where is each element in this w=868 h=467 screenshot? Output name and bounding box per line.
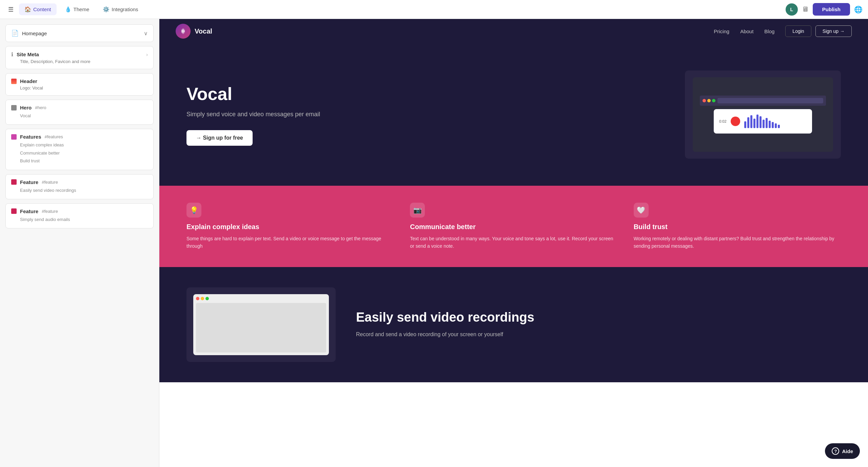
hero-subtitle: Simply send voice and video messages per… [186, 111, 329, 118]
publish-button[interactable]: Publish [813, 3, 850, 16]
site-nav-links: Pricing About Blog [714, 28, 774, 34]
svg-rect-1 [183, 29, 183, 33]
feature2-color-indicator [11, 208, 17, 214]
home-icon: 🏠 [24, 6, 31, 13]
feature-card-0: 💡 Explain complex ideas Some things are … [186, 203, 394, 250]
sidebar-item-site-meta[interactable]: ℹ Site Meta › Title, Description, Favico… [5, 46, 154, 69]
sidebar-item-features[interactable]: Features #features Explain complex ideas… [5, 129, 154, 170]
nav-link-pricing[interactable]: Pricing [714, 28, 729, 34]
feature-dark-image [186, 287, 336, 362]
site-logo: Vocal [176, 24, 212, 39]
feature-dark-section: Easily send video recordings Record and … [159, 267, 868, 382]
info-icon: ℹ [11, 51, 13, 58]
feature-desc-1: Text can be understood in many ways. You… [410, 235, 617, 250]
svg-rect-2 [184, 30, 184, 32]
feature-dark-title: Easily send video recordings [356, 310, 841, 325]
site-nav: Vocal Pricing About Blog Login Sign up → [159, 19, 868, 43]
site-nav-buttons: Login Sign up → [785, 25, 852, 37]
feature-icon-0: 💡 [186, 203, 201, 218]
logo-icon [176, 24, 191, 39]
feature-title-1: Communicate better [410, 223, 617, 231]
hero-title: Vocal [186, 84, 665, 104]
integrations-icon: ⚙️ [103, 6, 110, 13]
toolbar: ☰ 🏠 Content 💧 Theme ⚙️ Integrations L 🖥 … [0, 0, 868, 19]
recording-widget: 0:02 [714, 109, 812, 134]
hero-signup-button[interactable]: → Sign up for free [186, 130, 253, 146]
avatar[interactable]: L [786, 3, 798, 16]
monitor-icon[interactable]: 🖥 [802, 5, 809, 13]
nav-signup-button[interactable]: Sign up → [815, 25, 852, 37]
main-layout: 📄 Homepage ∨ ℹ Site Meta › Title, Descri… [0, 19, 868, 467]
hero-color-indicator [11, 105, 17, 110]
header-color-indicator [11, 79, 17, 84]
tab-theme[interactable]: 💧 Theme [59, 3, 95, 15]
hero-content: Vocal Simply send voice and video messag… [186, 84, 665, 146]
aide-button[interactable]: ? Aide [825, 443, 860, 459]
feature-desc-0: Some things are hard to explain per text… [186, 235, 394, 250]
sidebar: 📄 Homepage ∨ ℹ Site Meta › Title, Descri… [0, 19, 159, 467]
theme-icon: 💧 [65, 6, 72, 13]
feature-card-1: 📷 Communicate better Text can be underst… [410, 203, 617, 250]
hero-image: 0:02 [685, 70, 841, 159]
nav-login-button[interactable]: Login [785, 25, 811, 37]
nav-link-about[interactable]: About [740, 28, 753, 34]
feature1-color-indicator [11, 179, 17, 185]
feature-desc-2: Working remotely or dealing with distant… [634, 235, 841, 250]
recording-time: 0:02 [719, 119, 726, 123]
feature-icon-2: 🤍 [634, 203, 649, 218]
dot-yellow [707, 99, 711, 102]
document-icon: 📄 [11, 29, 19, 37]
question-icon: ? [832, 447, 839, 455]
svg-rect-0 [182, 30, 182, 33]
sidebar-arrow-icon: › [146, 52, 148, 57]
toolbar-right: L 🖥 Publish 🌐 [786, 3, 863, 16]
toolbar-left: ☰ 🏠 Content 💧 Theme ⚙️ Integrations [5, 3, 144, 16]
record-button[interactable] [731, 117, 740, 126]
sidebar-item-hero[interactable]: Hero #hero Vocal [5, 100, 154, 125]
website-preview: Vocal Pricing About Blog Login Sign up → [159, 19, 868, 467]
nav-link-blog[interactable]: Blog [764, 28, 774, 34]
globe-icon[interactable]: 🌐 [854, 5, 863, 14]
audio-bars [744, 115, 780, 128]
feature-dark-desc: Record and send a video recording of you… [356, 330, 841, 339]
sidebar-item-feature1[interactable]: Feature #feature Easily send video recor… [5, 174, 154, 199]
feature-dark-content: Easily send video recordings Record and … [356, 310, 841, 339]
features-section: 💡 Explain complex ideas Some things are … [159, 186, 868, 267]
tab-content[interactable]: 🏠 Content [19, 3, 57, 15]
homepage-selector[interactable]: 📄 Homepage ∨ [5, 24, 154, 42]
chevron-down-icon: ∨ [144, 30, 148, 37]
preview-pane: Vocal Pricing About Blog Login Sign up → [159, 19, 868, 467]
hamburger-icon[interactable]: ☰ [5, 3, 16, 16]
hero-section: Vocal Simply send voice and video messag… [159, 43, 868, 186]
feature-icon-1: 📷 [410, 203, 425, 218]
feature-card-2: 🤍 Build trust Working remotely or dealin… [634, 203, 841, 250]
email-mockup: 0:02 [693, 77, 833, 152]
sidebar-item-feature2[interactable]: Feature #feature Simply send audio email… [5, 203, 154, 228]
feature-title-0: Explain complex ideas [186, 223, 394, 231]
sidebar-item-header[interactable]: Header Logo: Vocal [5, 73, 154, 96]
dot-red [703, 99, 706, 102]
feature-title-2: Build trust [634, 223, 841, 231]
features-color-indicator [11, 134, 17, 140]
dot-green [712, 99, 715, 102]
tab-integrations[interactable]: ⚙️ Integrations [97, 3, 143, 15]
